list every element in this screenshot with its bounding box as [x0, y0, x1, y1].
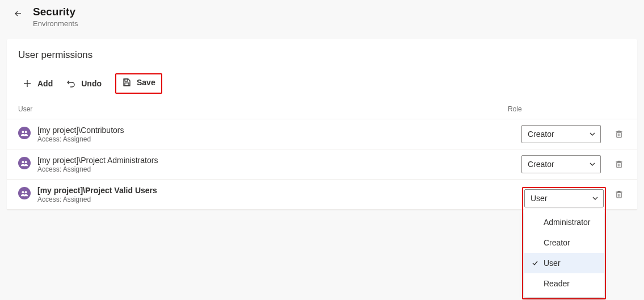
delete-button[interactable]	[612, 157, 626, 171]
add-button[interactable]: Add	[23, 79, 53, 88]
group-avatar-icon	[18, 187, 31, 199]
column-role: Role	[508, 105, 621, 113]
identity-name: [my project]\Project Valid Users	[37, 186, 157, 195]
svg-rect-4	[125, 83, 129, 86]
add-label: Add	[37, 79, 53, 88]
header-titles: Security Environments	[33, 6, 78, 28]
arrow-left-icon	[14, 9, 23, 18]
permission-row: [my project]\Contributors Access: Assign…	[7, 119, 637, 149]
svg-rect-3	[125, 79, 128, 81]
page-title: Security	[33, 6, 78, 18]
role-option-user[interactable]: User	[524, 253, 604, 273]
role-select-open[interactable]: User	[524, 189, 604, 207]
save-highlight: Save	[115, 73, 162, 94]
row-identity: [my project]\Contributors Access: Assign…	[18, 126, 521, 143]
svg-rect-16	[617, 163, 621, 168]
identity-access: Access: Assigned	[37, 195, 157, 203]
undo-button[interactable]: Undo	[66, 79, 102, 88]
role-option-label: Administrator	[544, 218, 590, 227]
role-select[interactable]: Creator	[521, 155, 601, 173]
group-avatar-icon	[18, 157, 31, 169]
chevron-down-icon	[592, 195, 599, 202]
delete-button[interactable]	[612, 127, 626, 141]
chevron-down-icon	[589, 131, 596, 138]
page-header: Security Environments	[0, 0, 644, 32]
role-value: User	[531, 194, 548, 203]
check-icon	[531, 260, 539, 266]
permissions-card: User permissions Add Undo	[7, 39, 637, 210]
save-label: Save	[137, 78, 155, 87]
role-option-creator[interactable]: Creator	[524, 232, 604, 253]
toolbar: Add Undo Save	[7, 64, 637, 104]
role-option-label: Reader	[544, 279, 570, 288]
save-icon	[122, 78, 131, 87]
column-user: User	[18, 105, 508, 113]
identity-name: [my project]\Project Administrators	[37, 156, 158, 165]
role-option-reader[interactable]: Reader	[524, 273, 604, 294]
page-subtitle: Environments	[33, 19, 78, 28]
svg-point-24	[25, 191, 27, 193]
svg-point-23	[22, 191, 24, 193]
identity-access: Access: Assigned	[37, 135, 124, 143]
save-button[interactable]: Save	[122, 78, 155, 87]
trash-icon	[614, 190, 624, 199]
role-dropdown-list: Administrator Creator User Reader	[524, 209, 604, 297]
chevron-down-icon	[589, 161, 596, 168]
trash-icon	[614, 130, 624, 139]
list-header: User Role	[7, 104, 637, 119]
role-option-label: Creator	[544, 238, 570, 247]
svg-point-15	[25, 161, 27, 163]
identity-access: Access: Assigned	[37, 165, 158, 173]
role-value: Creator	[528, 160, 554, 169]
svg-point-5	[22, 131, 24, 133]
back-button[interactable]	[11, 7, 25, 22]
group-avatar-icon	[18, 127, 31, 139]
plus-icon	[23, 79, 32, 88]
row-identity: [my project]\Project Valid Users Access:…	[18, 186, 521, 203]
role-option-label: User	[544, 259, 561, 268]
role-value: Creator	[528, 130, 554, 139]
undo-label: Undo	[81, 79, 102, 88]
svg-rect-7	[617, 132, 621, 138]
role-option-administrator[interactable]: Administrator	[524, 212, 604, 232]
permission-row: [my project]\Project Administrators Acce…	[7, 149, 637, 180]
role-select[interactable]: Creator	[521, 125, 601, 143]
delete-button[interactable]	[612, 188, 626, 201]
trash-icon	[614, 160, 624, 169]
undo-icon	[66, 79, 75, 88]
identity-name: [my project]\Contributors	[37, 126, 124, 135]
svg-point-14	[22, 161, 24, 163]
role-dropdown-highlight: User Administrator Creator User	[522, 187, 606, 299]
row-identity: [my project]\Project Administrators Acce…	[18, 156, 521, 173]
card-title: User permissions	[7, 39, 637, 64]
svg-point-6	[25, 131, 27, 133]
svg-rect-25	[617, 193, 621, 198]
